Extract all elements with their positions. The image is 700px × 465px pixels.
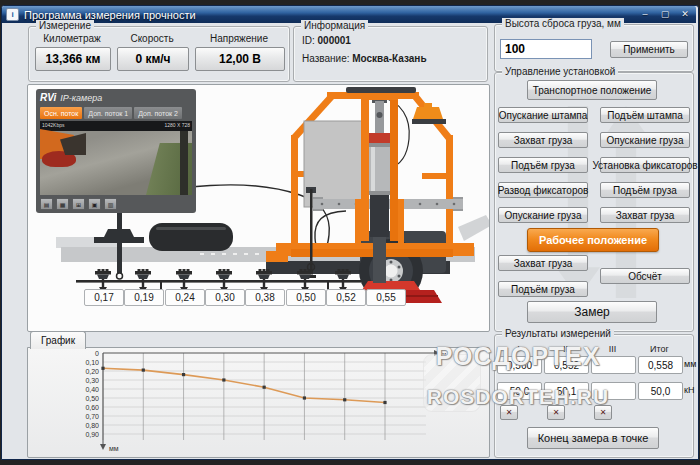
end-measurement-button[interactable]: Конец замера в точке (527, 427, 659, 449)
camera-zoom-icon[interactable]: ⊞ (72, 198, 85, 210)
drop-height-title: Высота сброса груза, мм (502, 18, 624, 29)
camera-bitrate-overlay: 1042Kbps (42, 122, 65, 128)
lower-load-button-2[interactable]: Опускание груза (600, 132, 690, 148)
unit-mm: мм (684, 359, 696, 369)
sensor-value-1: 0,17 (84, 289, 124, 306)
drop-height-input[interactable] (500, 39, 592, 59)
camera-brand-logo: RVi (40, 92, 56, 103)
calculate-button[interactable]: Обсчёт (600, 268, 690, 284)
lift-load-button[interactable]: Подъём груза (498, 157, 588, 173)
svg-text:0,90: 0,90 (85, 431, 99, 438)
camera-title: IP-камера (60, 93, 102, 103)
lift-load-post-button[interactable]: Подъём груза (498, 281, 588, 297)
sensor-value-8: 0,55 (366, 289, 406, 306)
result-mm-1: 0,560 (497, 356, 542, 374)
svg-text:0,70: 0,70 (85, 413, 99, 420)
camera-settings-icon[interactable]: ▥ (104, 198, 117, 210)
mileage-value: 13,366 км (35, 47, 111, 71)
sensor-value-2: 0,19 (124, 289, 164, 306)
measure-button[interactable]: Замер (527, 301, 657, 323)
maximize-icon[interactable]: ▢ (658, 9, 672, 20)
id-value: 000001 (318, 35, 351, 46)
lower-stamp-button[interactable]: Опускание штампа (498, 107, 588, 123)
sensor-value-6: 0,50 (286, 289, 326, 306)
svg-text:0: 0 (95, 350, 99, 357)
result-kn-3 (591, 382, 636, 400)
lift-load-button-2[interactable]: Подъём груза (600, 182, 690, 198)
sensor-value-3: 0,24 (165, 289, 205, 306)
camera-tab-sub-stream-2[interactable]: Доп. поток 2 (134, 107, 182, 119)
voltage-value: 12,00 В (195, 47, 285, 71)
set-locks-button[interactable]: Установка фиксаторов (600, 157, 690, 173)
result-mm-total: 0,558 (638, 356, 683, 374)
lower-load-button[interactable]: Опускание груза (498, 207, 588, 223)
working-position-button[interactable]: Рабочее положение (527, 228, 659, 252)
sensor-value-7: 0,52 (326, 289, 366, 306)
col-header-1: I (497, 344, 540, 354)
sensor-value-5: 0,38 (245, 289, 285, 306)
id-label: ID: (302, 35, 315, 46)
app-icon: i (6, 8, 19, 21)
svg-text:0,20: 0,20 (85, 368, 99, 375)
camera-resolution-overlay: 1280 X 728 (164, 122, 190, 128)
info-group-title: Информация (301, 20, 368, 31)
tab-graph[interactable]: График (30, 331, 86, 349)
speed-label: Скорость (117, 33, 187, 44)
measurement-group-title: Измерение (36, 20, 94, 31)
close-icon[interactable]: ✕ (678, 9, 692, 20)
release-locks-button[interactable]: Развод фиксаторов (498, 182, 588, 198)
name-label: Название: (302, 53, 349, 64)
grab-load-button-2[interactable]: Захват груза (600, 207, 690, 223)
id-row: ID: 000001 (302, 35, 351, 46)
col-header-total: Итог (638, 344, 681, 354)
clear-result-3-icon[interactable]: ✕ (594, 405, 612, 420)
ip-camera-widget: RVi IP-камера Осн. поток Доп. поток 1 До… (36, 89, 196, 213)
svg-text:0,10: 0,10 (85, 359, 99, 366)
camera-video-feed: 1042Kbps 1280 X 728 (40, 121, 192, 195)
result-kn-1: 50,0 (497, 382, 542, 400)
info-group: Информация ID: 000001 Название: Москва-К… (293, 26, 488, 82)
svg-text:0,80: 0,80 (85, 422, 99, 429)
minimize-icon[interactable]: – (638, 9, 652, 20)
svg-text:0,40: 0,40 (85, 386, 99, 393)
apply-button[interactable]: Применить (610, 41, 688, 58)
speed-value: 0 км/ч (117, 47, 189, 71)
result-kn-2: 50,1 (544, 382, 589, 400)
measurement-group: Измерение Километраж 13,366 км Скорость … (28, 26, 290, 82)
svg-text:0,30: 0,30 (85, 377, 99, 384)
result-kn-total: 50,0 (638, 382, 683, 400)
name-row: Название: Москва-Казань (302, 53, 427, 64)
clear-result-2-icon[interactable]: ✕ (547, 405, 565, 420)
transport-position-button[interactable]: Транспортное положение (527, 80, 657, 100)
mileage-label: Километраж (35, 33, 109, 44)
grab-load-button[interactable]: Захват груза (498, 132, 588, 148)
col-header-3: III (591, 344, 634, 354)
unit-kn: кН (684, 385, 694, 395)
svg-text:0,50: 0,50 (85, 395, 99, 402)
sensor-value-4: 0,30 (205, 289, 245, 306)
deflection-chart: 00,100,200,300,400,500,600,700,800,90ммм (28, 348, 489, 457)
chart-watermark-logo (423, 354, 481, 412)
clear-result-1-icon[interactable]: ✕ (500, 405, 518, 420)
camera-tab-main-stream[interactable]: Осн. поток (40, 107, 82, 119)
chart-panel: 00,100,200,300,400,500,600,700,800,90ммм (27, 347, 490, 458)
result-mm-3 (591, 356, 636, 374)
grab-load-post-button[interactable]: Захват груза (498, 255, 588, 271)
machine-panel: RVi IP-камера Осн. поток Доп. поток 1 До… (27, 84, 490, 332)
installation-control-title: Управление установкой (502, 66, 618, 77)
camera-layout-icon[interactable]: ▣ (88, 198, 101, 210)
col-header-2: II (544, 344, 587, 354)
camera-tab-sub-stream-1[interactable]: Доп. поток 1 (84, 107, 132, 119)
svg-text:мм: мм (109, 445, 119, 452)
result-mm-2: 0,552 (544, 356, 589, 374)
results-group-title: Результаты измерений (502, 328, 614, 339)
window-title: Программа измерения прочности (24, 9, 196, 21)
name-value: Москва-Казань (352, 53, 426, 64)
camera-record-icon[interactable]: ▦ (56, 198, 69, 210)
camera-snapshot-icon[interactable]: ▤ (40, 198, 53, 210)
svg-text:0,60: 0,60 (85, 404, 99, 411)
lift-stamp-button[interactable]: Подъём штампа (600, 107, 690, 123)
